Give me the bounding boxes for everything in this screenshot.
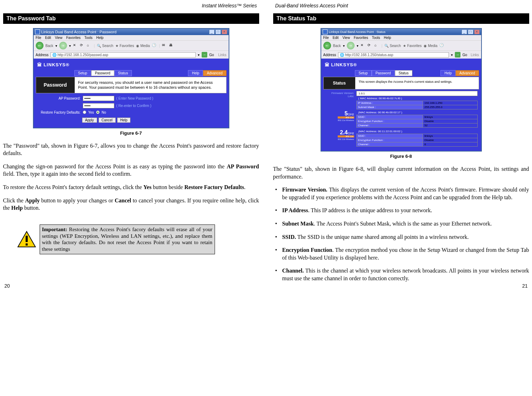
maximize-icon: □	[215, 29, 221, 34]
window-title: Linksys Dual Band Access Point : Status	[329, 30, 386, 34]
para-3: To restore the Access Point's factory de…	[3, 183, 259, 191]
page-number-20: 20	[5, 283, 10, 289]
home-icon: ⌂	[375, 43, 379, 48]
brand-logo: 🏛 LINKSYS®	[36, 61, 227, 70]
bullet-ip: IP Address. This IP address is the uniqu…	[273, 207, 529, 214]
back-button[interactable]: Back	[333, 44, 341, 48]
forward-icon[interactable]: →	[347, 42, 355, 49]
para-status-intro: The "Status" tab, shown in Figure 6-8, w…	[273, 165, 529, 180]
tab-advanced[interactable]: Advanced	[203, 70, 226, 76]
go-button[interactable]: →	[455, 52, 460, 58]
page-number-21: 21	[522, 283, 528, 289]
forward-icon[interactable]: →	[59, 42, 67, 49]
search-button[interactable]: 🔍 Search	[97, 44, 113, 48]
go-button[interactable]: →	[202, 52, 207, 58]
address-bar: Address 🌐 http://192.168.1.250/status.as…	[321, 51, 481, 59]
address-label: Address	[36, 53, 49, 57]
home-icon[interactable]: ⌂	[87, 43, 92, 48]
ghz5-badge: 5GHz802.11a802.11a Wireless	[338, 111, 354, 122]
tab-help[interactable]: Help	[188, 70, 203, 76]
fw-label: Firmware Version:	[325, 92, 354, 95]
window-controls[interactable]: _□×	[208, 29, 227, 34]
figure-6-7-caption: Figure 6-7	[3, 130, 259, 136]
back-icon[interactable]: ←	[323, 42, 331, 49]
para-2: Changing the sign-on password for the Ac…	[3, 163, 259, 178]
radio-no[interactable]	[96, 110, 100, 114]
w5-mac: (MAC Address: 00:90:4b:00:02:17 )	[356, 110, 478, 115]
minimize-icon: _	[209, 29, 215, 34]
apply-button[interactable]: Apply	[82, 118, 97, 123]
address-input[interactable]: 🌐 http://192.168.1.250/passwd.asp	[50, 52, 196, 58]
panel-description: For security reasons, you should set a u…	[75, 77, 226, 93]
para-1: The "Password" tab, shown in Figure 6-7,…	[3, 142, 259, 157]
tab-status[interactable]: Status	[114, 70, 132, 76]
refresh-icon[interactable]: ⟳	[80, 43, 85, 48]
menu-bar[interactable]: File Edit View Favorites Tools Help	[34, 35, 229, 40]
config-tabs: Setup Password Status Help Advanced	[323, 70, 479, 76]
window-controls[interactable]: _□×	[461, 29, 480, 34]
warning-icon	[17, 231, 36, 248]
bullet-firmware: Firmware Version. This displays the curr…	[273, 186, 529, 201]
warning-callout: Important: Restoring the Access Point's …	[17, 224, 259, 254]
figure-6-8-caption: Figure 6-8	[273, 154, 529, 159]
tab-status[interactable]: Status	[395, 70, 412, 76]
go-label[interactable]: Go	[463, 53, 467, 57]
stop-icon[interactable]: ✕	[73, 43, 78, 48]
favorites-button[interactable]: ★ Favorites	[115, 44, 134, 48]
panel-side-label: Password	[36, 77, 75, 93]
stop-icon: ✕	[361, 43, 365, 48]
links-label[interactable]: Links	[218, 53, 226, 57]
bullet-ssid: SSID. The SSID is the unique name shared…	[273, 233, 529, 241]
section-title-status: The Status Tab	[273, 13, 529, 24]
mail-icon[interactable]: ✉	[162, 43, 167, 48]
toolbar[interactable]: ← Back ▾ → ▾ ✕ ⟳ ⌂ | 🔍 Search ★ Favorite…	[34, 40, 229, 51]
app-icon	[35, 29, 40, 34]
bullet-channel: Channel. This is the channel at which yo…	[273, 267, 529, 282]
ap-password-input[interactable]: •••••	[83, 96, 114, 101]
w5-table: SSID :linksys Encryption Function :Disab…	[356, 115, 478, 128]
right-page: Dual-Band Wireless Access Point The Stat…	[273, 3, 529, 288]
tab-password[interactable]: Password	[372, 70, 395, 76]
go-label[interactable]: Go	[209, 53, 214, 57]
ap-password-confirm-input[interactable]: •••••	[83, 103, 114, 108]
status-panel: Status This screen displays the Access P…	[323, 77, 479, 89]
fw-value: 1.0.1	[356, 91, 478, 96]
links-label[interactable]: Links	[471, 53, 479, 57]
close-icon: ×	[222, 29, 227, 34]
config-tabs: Setup Password Status Help Advanced	[36, 70, 227, 76]
tab-advanced[interactable]: Advanced	[456, 70, 479, 76]
hint-enter: ( Enter New Password )	[116, 96, 154, 100]
address-bar: Address 🌐 http://192.168.1.250/passwd.as…	[34, 51, 229, 59]
w24-table: SSID :linksys Encryption Function :Disab…	[356, 134, 478, 147]
address-label: Address	[323, 53, 336, 57]
tab-password[interactable]: Password	[91, 70, 114, 76]
media-button[interactable]: ◉ Media	[424, 44, 437, 48]
back-button[interactable]: Back	[46, 44, 53, 48]
app-icon	[323, 29, 328, 34]
radio-yes[interactable]	[83, 110, 86, 114]
favorites-button[interactable]: ★ Favorites	[403, 44, 422, 48]
page-content: 🏛 LINKSYS® Setup Password Status Help Ad…	[34, 59, 229, 128]
address-input[interactable]: 🌐 http://192.168.1.250/status.asp	[338, 52, 449, 58]
tab-help[interactable]: Help	[440, 70, 456, 76]
ap-password-label: AP Password:	[39, 96, 81, 100]
password-panel: Password For security reasons, you shoul…	[36, 77, 227, 93]
window-titlebar: Linksys Dual Band Access Point : Status …	[321, 29, 481, 35]
left-body-text: The "Password" tab, shown in Figure 6-7,…	[3, 142, 259, 217]
history-icon[interactable]: 🕑	[152, 43, 157, 48]
password-form: AP Password: ••••• ( Enter New Password …	[36, 93, 227, 126]
tab-setup[interactable]: Setup	[355, 70, 372, 76]
help-button[interactable]: Help	[117, 118, 131, 123]
toolbar[interactable]: ← Back ▾ → ▾ ✕ ⟳ ⌂ | 🔍 Search ★ Favorite…	[321, 40, 481, 51]
status-grid: Firmware Version: LAN: 1.0.1 ( MAC Addre…	[323, 89, 479, 149]
search-button[interactable]: 🔍 Search	[384, 44, 401, 48]
menu-bar[interactable]: File Edit View Favorites Tools Help	[321, 35, 481, 40]
media-button[interactable]: ◉ Media	[136, 44, 150, 48]
page-content: 🏛 LINKSYS® Setup Password Status Help Ad…	[321, 59, 481, 151]
tab-setup[interactable]: Setup	[74, 70, 91, 76]
cancel-button[interactable]: Cancel	[99, 118, 116, 123]
minimize-icon: _	[462, 29, 467, 34]
history-icon: 🕑	[439, 43, 444, 48]
back-icon[interactable]: ←	[36, 42, 43, 49]
print-icon[interactable]: 🖶	[169, 43, 174, 48]
